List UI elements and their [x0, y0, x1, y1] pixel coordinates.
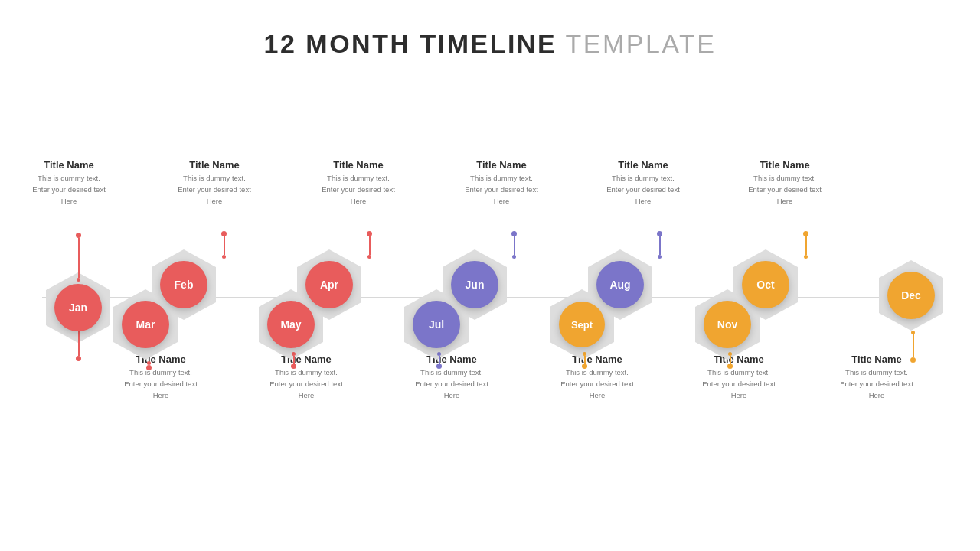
info-jul-bot: Title Name This is dummy text. Enter you… [398, 354, 505, 402]
connector-oct-top [803, 231, 808, 259]
badge-jul: Jul [413, 301, 460, 348]
desc-apr-top: This is dummy text. Enter your desired t… [305, 172, 412, 207]
connector-mar-bot [146, 361, 152, 370]
connector-jul-bot [436, 352, 442, 369]
badge-aug: Aug [596, 261, 644, 308]
info-aug-top: Title Name This is dummy text. Enter you… [590, 159, 697, 207]
badge-apr: Apr [305, 261, 353, 308]
info-jun-top: Title Name This is dummy text. Enter you… [448, 159, 555, 207]
info-nov-bot: Title Name This is dummy text. Enter you… [685, 354, 792, 402]
month-dec: Dec [879, 260, 943, 331]
desc-jun-top: This is dummy text. Enter your desired t… [448, 172, 555, 207]
badge-oct: Oct [742, 261, 789, 308]
connector-dec-bot [910, 331, 916, 363]
badge-feb: Feb [160, 261, 207, 308]
desc-aug-top: This is dummy text. Enter your desired t… [590, 172, 697, 207]
badge-jun: Jun [451, 261, 498, 308]
info-mar-bot: Title Name This is dummy text. Enter you… [107, 354, 214, 402]
title-bold: 12 MONTH TIMELINE [264, 29, 557, 58]
connector-jan-top [76, 233, 81, 282]
desc-jul-bot: This is dummy text. Enter your desired t… [398, 367, 505, 402]
title-feb-top: Title Name [161, 159, 268, 171]
connector-jun-top [511, 231, 517, 259]
connector-feb-top [221, 231, 227, 259]
desc-may-bot: This is dummy text. Enter your desired t… [253, 367, 360, 402]
desc-sep-bot: This is dummy text. Enter your desired t… [544, 367, 651, 402]
info-sep-bot: Title Name This is dummy text. Enter you… [544, 354, 651, 402]
badge-dec: Dec [887, 272, 935, 319]
title-thin: TEMPLATE [557, 29, 716, 58]
slide-title: 12 MONTH TIMELINE TEMPLATE [0, 29, 980, 59]
slide: 12 MONTH TIMELINE TEMPLATE Title Name Th… [0, 0, 980, 551]
info-apr-top: Title Name This is dummy text. Enter you… [305, 159, 412, 207]
title-oct-top: Title Name [731, 159, 838, 171]
info-feb-top: Title Name This is dummy text. Enter you… [161, 159, 268, 207]
connector-apr-top [367, 231, 372, 259]
info-oct-top: Title Name This is dummy text. Enter you… [731, 159, 838, 207]
connector-sep-bot [582, 352, 587, 369]
desc-feb-top: This is dummy text. Enter your desired t… [161, 172, 268, 207]
desc-oct-top: This is dummy text. Enter your desired t… [731, 172, 838, 207]
connector-aug-top [657, 231, 662, 259]
badge-mar: Mar [122, 301, 169, 348]
info-jan-top: Title Name This is dummy text. Enter you… [15, 159, 122, 207]
connector-nov-bot [727, 352, 733, 369]
badge-nov: Nov [704, 301, 751, 348]
connector-may-bot [291, 352, 296, 369]
title-jan-top: Title Name [15, 159, 122, 171]
badge-jan: Jan [54, 284, 102, 331]
info-may-bot: Title Name This is dummy text. Enter you… [253, 354, 360, 402]
title-jun-top: Title Name [448, 159, 555, 171]
desc-dec-bot: This is dummy text. Enter your desired t… [823, 367, 930, 402]
title-aug-top: Title Name [590, 159, 697, 171]
title-apr-top: Title Name [305, 159, 412, 171]
desc-nov-bot: This is dummy text. Enter your desired t… [685, 367, 792, 402]
desc-mar-bot: This is dummy text. Enter your desired t… [107, 367, 214, 402]
badge-may: May [267, 301, 315, 348]
badge-sep: Sept [559, 302, 605, 347]
desc-jan-top: This is dummy text. Enter your desired t… [15, 172, 122, 207]
